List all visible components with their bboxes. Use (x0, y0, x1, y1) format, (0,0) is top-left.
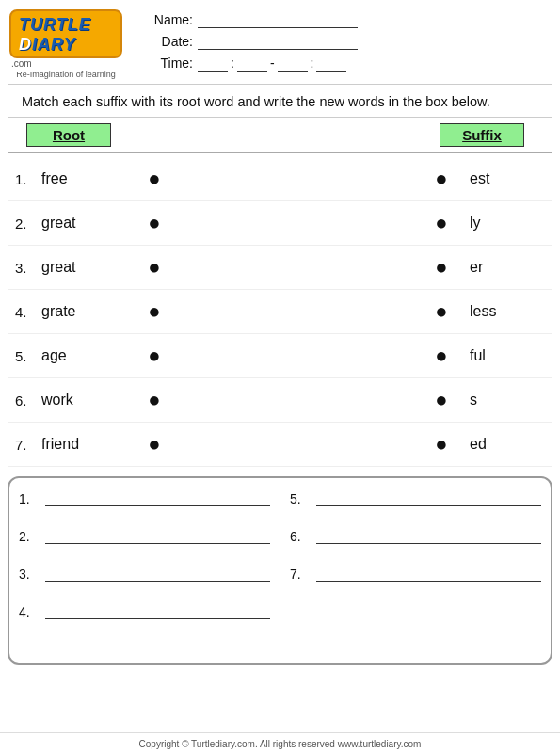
answer-row: 4. (19, 602, 270, 619)
time-label: Time: (151, 56, 193, 71)
time-seg-4 (316, 55, 346, 72)
root-word: great (41, 259, 126, 276)
answer-input-1[interactable] (45, 489, 270, 506)
root-header: Root (26, 123, 111, 147)
suffix-word: ful (470, 347, 545, 364)
answer-input-6[interactable] (316, 527, 541, 544)
time-sep-2: - (270, 56, 275, 71)
dot-right: ● (413, 344, 470, 368)
suffix-word: ed (470, 436, 545, 453)
suffix-word: est (470, 170, 545, 187)
root-word: free (41, 170, 126, 187)
time-row: Time: : - : (151, 55, 546, 72)
time-sep-3: : (311, 56, 314, 71)
header-divider (8, 152, 552, 153)
name-label: Name: (151, 12, 193, 27)
footer: Copyright © Turtlediary.com. All rights … (0, 732, 560, 753)
row-num: 1. (15, 171, 41, 187)
dot-right: ● (413, 167, 470, 191)
header: TURTLE DIARY .com Re-Imagination of lear… (0, 0, 560, 84)
match-row: 6. work ● ● s (8, 378, 552, 423)
answer-box: 1. 2. 3. 4. 5. 6. 7. (8, 476, 552, 665)
row-num: 5. (15, 348, 41, 364)
logo-tagline: Re-Imagination of learning (9, 70, 122, 79)
answer-input-3[interactable] (45, 565, 270, 582)
matching-section: 1. free ● ● est 2. great ● ● ly 3. great… (0, 157, 560, 467)
logo-outer: TURTLE DIARY (9, 9, 122, 58)
time-seg-1 (198, 55, 228, 72)
match-row: 4. grate ● ● less (8, 290, 552, 334)
dot-left: ● (126, 211, 183, 235)
answer-col-left: 1. 2. 3. 4. (9, 478, 280, 663)
root-word: great (41, 215, 126, 232)
answer-input-4[interactable] (45, 602, 270, 619)
answer-num: 7. (290, 567, 316, 582)
match-row: 3. great ● ● er (8, 246, 552, 290)
row-num: 7. (15, 437, 41, 453)
suffix-word: er (470, 259, 545, 276)
match-row: 1. free ● ● est (8, 157, 552, 201)
name-input[interactable] (198, 11, 358, 28)
row-num: 2. (15, 216, 41, 232)
row-num: 3. (15, 260, 41, 276)
dot-left: ● (126, 255, 183, 280)
answer-num: 6. (290, 529, 316, 544)
answer-num: 5. (290, 491, 316, 506)
answer-input-5[interactable] (316, 489, 541, 506)
match-row: 7. friend ● ● ed (8, 423, 552, 467)
root-word: work (41, 392, 126, 409)
date-label: Date: (151, 34, 193, 49)
col-headers: Root Suffix (8, 118, 552, 149)
date-input[interactable] (198, 33, 358, 50)
suffix-word: ly (470, 215, 545, 232)
answer-row: 5. (290, 489, 541, 506)
instructions: Match each suffix with its root word and… (8, 84, 552, 118)
answer-num: 2. (19, 529, 45, 544)
dot-right: ● (413, 299, 470, 324)
answer-row: 1. (19, 489, 270, 506)
logo-com: .com (11, 58, 32, 69)
root-word: grate (41, 303, 126, 320)
row-num: 4. (15, 304, 41, 320)
answer-num: 1. (19, 491, 45, 506)
dot-left: ● (126, 344, 183, 368)
dot-right: ● (413, 255, 470, 280)
dot-right: ● (413, 211, 470, 235)
match-row: 5. age ● ● ful (8, 334, 552, 378)
logo-text: TURTLE DIARY (19, 15, 113, 55)
match-row: 2. great ● ● ly (8, 201, 552, 246)
answer-num: 4. (19, 604, 45, 619)
answer-row: 2. (19, 527, 270, 544)
answer-row: 6. (290, 527, 541, 544)
dot-right: ● (413, 432, 470, 457)
answer-col-right: 5. 6. 7. (280, 478, 551, 663)
dot-left: ● (126, 299, 183, 324)
answer-num: 3. (19, 567, 45, 582)
root-word: age (41, 347, 126, 364)
date-row: Date: (151, 33, 546, 50)
logo: TURTLE DIARY .com Re-Imagination of lear… (9, 9, 122, 79)
header-fields: Name: Date: Time: : - : (122, 9, 546, 76)
answer-input-7[interactable] (316, 565, 541, 582)
dot-left: ● (126, 432, 183, 457)
suffix-word: s (470, 392, 545, 409)
dot-left: ● (126, 167, 183, 191)
dot-left: ● (126, 388, 183, 412)
time-seg-3 (278, 55, 308, 72)
suffix-header: Suffix (440, 123, 524, 147)
root-word: friend (41, 436, 126, 453)
time-sep-1: : (231, 56, 234, 71)
answer-input-2[interactable] (45, 527, 270, 544)
answer-row: 3. (19, 565, 270, 582)
name-row: Name: (151, 11, 546, 28)
row-num: 6. (15, 393, 41, 409)
suffix-word: less (470, 303, 545, 320)
time-seg-2 (237, 55, 267, 72)
dot-right: ● (413, 388, 470, 412)
answer-row: 7. (290, 565, 541, 582)
